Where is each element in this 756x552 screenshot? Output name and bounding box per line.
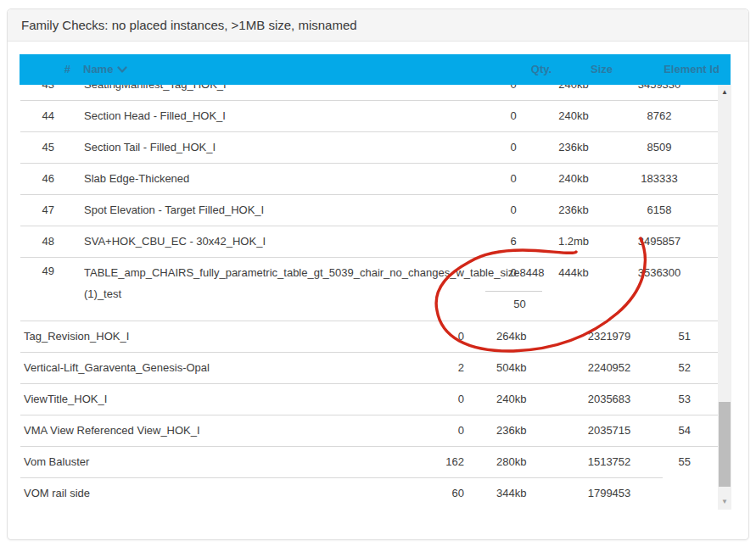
table-row: 45 Section Tail - Filled_HOK_I 0 236kb 8… — [20, 132, 718, 164]
size-value: 344kb — [496, 478, 564, 509]
family-name: Section Head - Filled_HOK_I — [84, 101, 226, 131]
qty-value: 0 — [479, 164, 547, 194]
table-row: VOM rail side 60 344kb 1799453 — [20, 478, 718, 510]
element-id-value: 8762 — [625, 101, 693, 131]
scrollbar-track[interactable]: ▲ ▼ — [718, 85, 731, 510]
row-number: 48 — [20, 226, 54, 257]
family-name: Vom Baluster — [24, 447, 89, 477]
family-name-line2: (1)_test — [84, 287, 121, 301]
element-id-value: 3536300 — [625, 266, 693, 280]
stray-row-number: 50 — [479, 298, 560, 311]
family-name: Vertical-Lift_Garaventa_Genesis-Opal — [24, 353, 210, 383]
scrollbar-up-icon[interactable]: ▲ — [718, 86, 731, 99]
element-id-value: 8509 — [625, 132, 693, 163]
sort-descending-icon — [117, 55, 127, 86]
table-scroll-area: 43 SeatingManifest_Tag_HOK_I 0 240kb 345… — [20, 85, 731, 510]
scrollbar-down-icon[interactable]: ▼ — [718, 495, 731, 509]
row-number: 45 — [20, 132, 54, 163]
family-name: VOM rail side — [24, 478, 90, 509]
table-row: VMA View Referenced View_HOK_I 0 236kb 2… — [20, 415, 718, 447]
row-number: 52 — [628, 353, 691, 383]
qty-value: 0 — [479, 101, 547, 131]
size-value: 240kb — [540, 85, 608, 100]
family-name-line1: TABLE_amp_CHAIRS_fully_parametric_table_… — [84, 266, 545, 280]
family-name: VMA View Referenced View_HOK_I — [24, 415, 200, 446]
element-id-value: 3495857 — [625, 226, 693, 257]
size-value: 236kb — [540, 132, 608, 163]
element-id-value: 6158 — [625, 195, 693, 226]
column-header-size[interactable]: Size — [559, 54, 644, 85]
table-row: Vom Baluster 162 280kb 1513752 55 — [20, 447, 718, 478]
qty-value: 60 — [398, 478, 464, 509]
qty-value: 0 — [398, 321, 464, 352]
table-row: Tag_Revision_HOK_I 0 264kb 2321979 51 — [20, 321, 718, 353]
row-number: 55 — [628, 447, 691, 477]
qty-value: 2 — [398, 353, 464, 383]
row-number: 47 — [20, 195, 54, 226]
row-number: 51 — [628, 321, 691, 352]
family-checks-screen: Family Checks: no placed instances, >1MB… — [0, 0, 756, 552]
column-header-element-id[interactable]: Element Id — [641, 54, 742, 85]
qty-value: 0 — [479, 195, 547, 226]
element-id-value: 3459330 — [625, 85, 693, 100]
table-row: Vertical-Lift_Garaventa_Genesis-Opal 2 5… — [20, 353, 718, 384]
column-header-name[interactable]: Name — [83, 54, 127, 85]
table-row: 46 Slab Edge-Thickened 0 240kb 183333 — [20, 164, 718, 195]
size-value: 280kb — [496, 447, 564, 477]
row-number: 43 — [20, 85, 54, 100]
row-number: 49 — [20, 260, 54, 282]
qty-value: 162 — [398, 447, 464, 477]
family-name: ViewTitle_HOK_I — [24, 384, 107, 415]
family-checks-panel: Family Checks: no placed instances, >1MB… — [7, 8, 749, 540]
row-number: 53 — [628, 384, 691, 415]
size-value: 1.2mb — [540, 226, 608, 257]
family-name: SeatingManifest_Tag_HOK_I — [84, 85, 227, 100]
size-value: 240kb — [540, 164, 608, 194]
table-header: # Name Qty. Size Element Id — [20, 54, 731, 85]
size-value: 504kb — [496, 353, 564, 383]
family-name: Tag_Revision_HOK_I — [24, 321, 129, 352]
size-value: 240kb — [496, 384, 564, 415]
element-id-value: 183333 — [625, 164, 693, 194]
row-number: 44 — [20, 101, 54, 131]
qty-value: 0 — [398, 384, 464, 415]
table-row: 43 SeatingManifest_Tag_HOK_I 0 240kb 345… — [20, 85, 718, 101]
table-row-glitched: 49 TABLE_amp_CHAIRS_fully_parametric_tab… — [20, 258, 718, 321]
row-number — [628, 478, 691, 509]
row-number: 54 — [628, 415, 691, 446]
row-number: 46 — [20, 164, 54, 194]
family-name: SVA+HOK_CBU_EC - 30x42_HOK_I — [84, 226, 266, 257]
table-row: 44 Section Head - Filled_HOK_I 0 240kb 8… — [20, 101, 718, 132]
size-value: 236kb — [540, 195, 608, 226]
panel-title: Family Checks: no placed instances, >1MB… — [21, 9, 357, 42]
table-row: 48 SVA+HOK_CBU_EC - 30x42_HOK_I 6 1.2mb … — [20, 226, 718, 258]
table-row: ViewTitle_HOK_I 0 240kb 2035683 53 — [20, 384, 718, 415]
size-value-overlapping: 444kb — [540, 266, 608, 280]
qty-value: 0 — [479, 132, 547, 163]
qty-value: 0 — [398, 415, 464, 446]
size-value: 264kb — [496, 321, 564, 352]
qty-value: 6 — [479, 226, 547, 257]
scrollbar-thumb[interactable] — [719, 402, 731, 487]
glitch-separator — [485, 291, 542, 292]
table-rows: 43 SeatingManifest_Tag_HOK_I 0 240kb 345… — [20, 85, 718, 510]
family-name: Section Tail - Filled_HOK_I — [84, 132, 216, 163]
panel-header: Family Checks: no placed instances, >1MB… — [8, 9, 748, 42]
family-name: Slab Edge-Thickened — [84, 164, 189, 194]
qty-value-overlapping: 0 — [479, 266, 547, 280]
size-value: 240kb — [540, 101, 608, 131]
size-value: 236kb — [496, 415, 564, 446]
table-row: 47 Spot Elevation - Target Filled_HOK_I … — [20, 195, 718, 226]
family-name: Spot Elevation - Target Filled_HOK_I — [84, 195, 264, 226]
qty-value: 0 — [479, 85, 547, 100]
column-header-number[interactable]: # — [45, 54, 70, 85]
